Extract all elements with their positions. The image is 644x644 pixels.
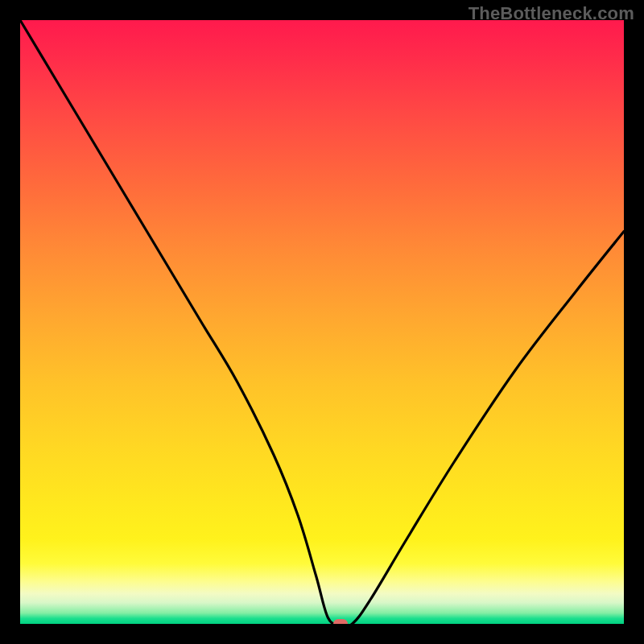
bottleneck-curve (20, 20, 624, 624)
watermark-text: TheBottleneck.com (469, 3, 634, 24)
plot-area (20, 20, 624, 624)
chart-frame: TheBottleneck.com (0, 0, 644, 644)
optimum-marker (333, 619, 348, 624)
curve-layer (20, 20, 624, 624)
